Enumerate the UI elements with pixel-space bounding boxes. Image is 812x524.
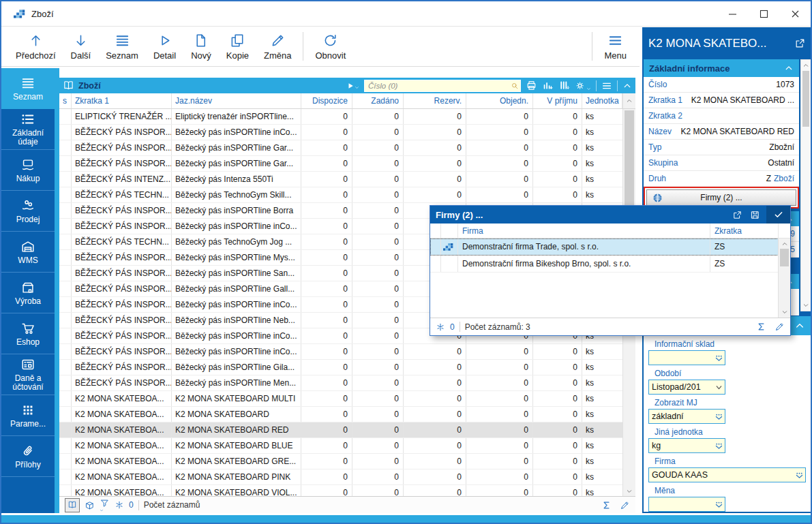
- field-input[interactable]: kg: [648, 438, 725, 453]
- sidebar-item-dan-a-tov-n-[interactable]: Daně a účtování: [1, 354, 55, 395]
- maximize-button[interactable]: [748, 1, 779, 26]
- dalsi-button[interactable]: Další: [63, 30, 99, 63]
- column-header-5[interactable]: Zadáno: [352, 93, 404, 108]
- table-row[interactable]: BĚŽECKÝ PÁS INSPOR...Běžecký pás inSPORT…: [59, 375, 623, 391]
- open-in-window-icon[interactable]: [728, 210, 746, 220]
- section-header-basic-info[interactable]: Základní informace: [644, 59, 799, 77]
- table-row[interactable]: BĚŽECKÝ PÁS INTENZ...Běžecký pás Intenza…: [59, 172, 623, 187]
- table-row[interactable]: K2 MONA SKATEBOA...K2 MONA SKATEBOARD PI…: [59, 469, 623, 485]
- minimize-button[interactable]: [717, 1, 748, 26]
- detail-field-row[interactable]: Zkratka 1K2 MONA SKATEBOARD ...: [644, 93, 799, 108]
- menu-button[interactable]: Menu: [597, 30, 634, 63]
- popup-row[interactable]: Demonstrační firma Bikeshop Brno, spol. …: [430, 256, 779, 273]
- sidebar-item-eshop[interactable]: Eshop: [1, 313, 55, 354]
- zmena-button[interactable]: Změna: [256, 30, 299, 63]
- quick-filter-play-icon[interactable]: [346, 82, 359, 90]
- filter-input[interactable]: [364, 80, 521, 92]
- collapse-grid-icon[interactable]: [622, 81, 632, 91]
- field-input[interactable]: [648, 350, 725, 365]
- chevron-up-icon[interactable]: [794, 320, 805, 331]
- field-input[interactable]: základní: [648, 409, 725, 424]
- table-row[interactable]: K2 MONA SKATEBOA...K2 MONA SKATEBOARD VI…: [59, 485, 623, 496]
- package-icon[interactable]: [85, 500, 95, 510]
- confirm-check-icon[interactable]: [766, 206, 790, 224]
- grid-scroll-down-arrow[interactable]: [623, 488, 635, 495]
- table-cell: BĚŽECKÝ PÁS INSPOR...: [72, 219, 172, 234]
- chart-icon[interactable]: [542, 80, 554, 91]
- obnovit-button[interactable]: Obnovit: [307, 30, 353, 63]
- novy-button[interactable]: Nový: [183, 30, 219, 63]
- gear-icon[interactable]: [575, 80, 591, 91]
- detail-field-link[interactable]: Zboží: [774, 174, 794, 183]
- detail-button[interactable]: Detail: [146, 30, 183, 63]
- table-row[interactable]: BĚŽECKÝ PÁS INSPOR...Běžecký pás inSPORT…: [59, 140, 623, 156]
- column-header-6[interactable]: Rezerv.: [404, 93, 466, 108]
- column-header-8[interactable]: V příjmu: [533, 93, 582, 108]
- column-header-2[interactable]: Zkratka 1: [72, 93, 172, 108]
- column-header-9[interactable]: Jednotka: [582, 93, 622, 108]
- column-header-7[interactable]: Objedn.: [466, 93, 533, 108]
- table-row[interactable]: BĚŽECKÝ PÁS INSPOR...Běžecký pás inSPORT…: [59, 156, 623, 172]
- field-input[interactable]: [648, 497, 725, 512]
- column-header-3[interactable]: Jaz.název: [172, 93, 301, 108]
- scroll-down-arrow[interactable]: [779, 309, 790, 315]
- table-row[interactable]: K2 MONA SKATEBOA...K2 MONA SKATEBOARD BL…: [59, 438, 623, 454]
- scrollbar-thumb[interactable]: [802, 71, 809, 127]
- scroll-up-arrow[interactable]: [779, 241, 790, 247]
- scrollbar-thumb[interactable]: [780, 249, 789, 266]
- sidebar-item-parame-[interactable]: Parame...: [1, 395, 55, 436]
- sidebar-item-v-roba[interactable]: Výroba: [1, 273, 55, 313]
- edit-pencil-icon[interactable]: [620, 500, 630, 510]
- detail-field-row[interactable]: TypZbožní: [644, 140, 799, 155]
- grid-scroll-up-arrow[interactable]: [622, 93, 635, 108]
- external-link-icon[interactable]: [794, 37, 806, 49]
- table-cell: K2 MONA SKATEBOARD VIOL...: [172, 485, 301, 496]
- seznam-button[interactable]: Seznam: [98, 30, 146, 63]
- sidebar-item-seznam[interactable]: Seznam: [1, 68, 55, 109]
- scroll-down-arrow[interactable]: [801, 302, 811, 309]
- close-button[interactable]: [779, 1, 811, 26]
- table-row[interactable]: ELIPTICKÝ TRENAŽÉR ...Eliptický trenažér…: [59, 109, 623, 125]
- detail-field-row[interactable]: Zkratka 2: [644, 108, 799, 124]
- popup-row[interactable]: Demonstrační firma Trade, spol. s r.o.ZS: [430, 238, 779, 256]
- column-header-1[interactable]: s: [59, 93, 72, 108]
- field-input[interactable]: Listopad/201: [648, 380, 725, 395]
- detail-field-row[interactable]: NázevK2 MONA SKATEBOARD RED: [644, 124, 799, 140]
- table-row[interactable]: K2 MONA SKATEBOA...K2 MONA SKATEBOARD000…: [59, 407, 623, 422]
- predchozi-button[interactable]: Předchozí: [8, 30, 63, 63]
- table-row[interactable]: K2 MONA SKATEBOA...K2 MONA SKATEBOARD GR…: [59, 454, 623, 469]
- detail-field-row[interactable]: Číslo1073: [644, 77, 799, 93]
- field-input[interactable]: GOUDA KAAS: [648, 467, 806, 482]
- print-icon[interactable]: [526, 80, 537, 91]
- field-value: GOUDA KAAS: [652, 470, 793, 480]
- sum-icon[interactable]: [756, 322, 766, 332]
- sidebar-item-wms[interactable]: WMS: [1, 232, 55, 273]
- firmy-button[interactable]: Firmy (2) ...: [646, 189, 796, 206]
- scroll-up-arrow[interactable]: [801, 62, 811, 69]
- table-row[interactable]: BĚŽECKÝ PÁS INSPOR...Běžecký pás inSPORT…: [59, 344, 623, 360]
- sidebar-item-prodej[interactable]: Prodej: [1, 191, 55, 232]
- filter-funnel-icon[interactable]: [100, 498, 110, 512]
- edit-pencil-icon[interactable]: [775, 322, 785, 332]
- column-header-4[interactable]: Dispozice: [301, 93, 352, 108]
- hamburger-icon[interactable]: [601, 80, 612, 91]
- kopie-button[interactable]: Kopie: [219, 30, 256, 63]
- sidebar-item-n-kup[interactable]: Nákup: [1, 150, 55, 191]
- detail-field-row[interactable]: DruhZZboží: [644, 171, 799, 187]
- view-book-toggle[interactable]: [65, 498, 80, 512]
- table-row[interactable]: BĚŽECKÝ PÁS TECHN...Běžecký pás TechnoGy…: [59, 187, 623, 203]
- table-row[interactable]: BĚŽECKÝ PÁS INSPOR...Běžecký pás inSPORT…: [59, 125, 623, 140]
- table-row[interactable]: BĚŽECKÝ PÁS INSPOR...Běžecký pás inSPORT…: [59, 360, 623, 375]
- sidebar-item-p-lohy[interactable]: Přílohy: [1, 436, 55, 477]
- detail-panel-scrollbar[interactable]: [800, 59, 811, 311]
- popup-scrollbar[interactable]: [778, 238, 790, 318]
- save-icon[interactable]: [746, 210, 764, 220]
- chevron-up-icon[interactable]: [784, 63, 794, 73]
- table-row[interactable]: K2 MONA SKATEBOA...K2 MONA SKATEBOARD MU…: [59, 391, 623, 407]
- table-cell: 0: [404, 485, 466, 496]
- columns-icon[interactable]: [558, 80, 570, 91]
- detail-field-row[interactable]: SkupinaOstatní: [644, 155, 799, 171]
- sidebar-item-z-kladn-daje[interactable]: Základní údaje: [1, 109, 55, 150]
- table-row[interactable]: K2 MONA SKATEBOA...K2 MONA SKATEBOARD RE…: [59, 422, 623, 438]
- sum-icon[interactable]: [601, 500, 612, 510]
